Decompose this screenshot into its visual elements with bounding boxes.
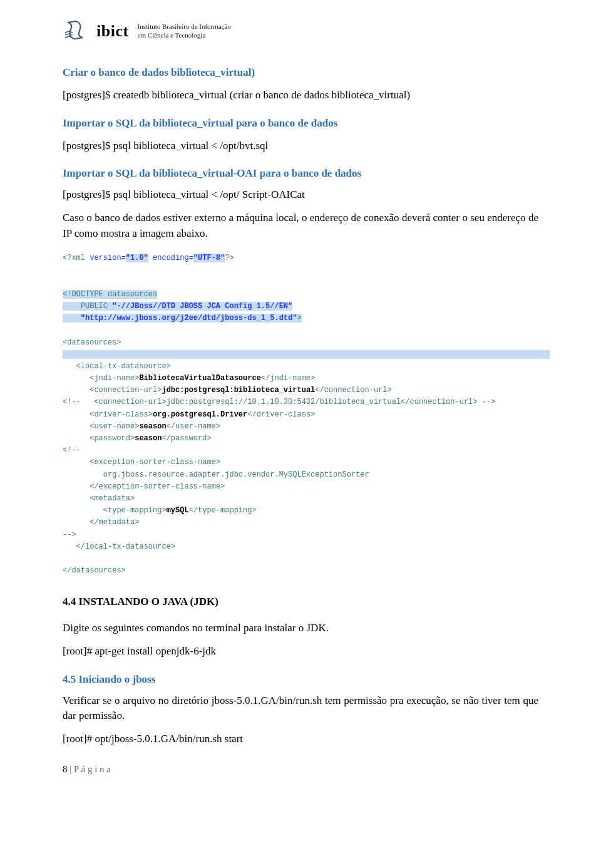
xml-username-close: </user-name> <box>167 422 220 431</box>
xml-username-val: season <box>139 422 166 431</box>
xml-password-open: <password> <box>63 434 135 443</box>
xml-type-mapping-val: mySQL <box>167 506 189 515</box>
tagline-line-1: Instituto Brasileiro de Informação <box>138 23 231 31</box>
xml-highlight-blank-row <box>63 350 550 359</box>
xml-decl-enc-val: "UTF-8" <box>193 254 225 262</box>
xml-type-mapping-open: <type-mapping> <box>63 506 167 515</box>
xml-type-mapping-close: </type-mapping> <box>189 506 257 515</box>
xml-conn-url-alt: <connection-url>jdbc:postgresql://10.1.1… <box>81 398 478 406</box>
xml-jndi-close: </jndi-name> <box>261 374 315 383</box>
heading-import-sql-1: Importar o SQL da biblioteca_virtual par… <box>63 117 538 130</box>
text-start-jboss: Verificar se o arquivo no diretório jbos… <box>63 693 538 724</box>
xml-password-val: season <box>135 434 162 443</box>
xml-conn-url-close: </connection-url> <box>315 386 391 395</box>
ibict-logo-icon <box>63 19 88 44</box>
xml-exception-sorter-close: </exception-sorter-class-name> <box>63 482 225 491</box>
heading-start-jboss: 4.5 Iniciando o jboss <box>63 673 538 686</box>
xml-username-open: <user-name> <box>63 422 139 431</box>
text-install-jdk: Digite os seguintes comandos no terminal… <box>63 621 538 636</box>
xml-comment-open-1: <!-- <box>63 398 81 406</box>
xml-jndi-val: BibliotecaVirtualDatasource <box>139 374 260 383</box>
xml-local-tx-close: </local-tx-datasource> <box>63 542 175 551</box>
cmd-install-jdk: [root]# apt-get install openjdk-6-jdk <box>63 644 538 659</box>
xml-metadata-close: </metadata> <box>63 518 139 527</box>
cmd-createdb: [postgres]$ createdb biblioteca_virtual … <box>63 88 538 103</box>
xml-datasources-close: </datasources> <box>63 566 126 575</box>
logo-text: ibict <box>96 22 129 41</box>
page-footer: 8 | P á g i n a <box>63 764 538 775</box>
page: ibict Instituto Brasileiro de Informação… <box>0 0 601 800</box>
xml-comment-close-1: --> <box>478 398 496 406</box>
heading-install-jdk: 4.4 INSTALANDO O JAVA (JDK) <box>63 596 538 608</box>
xml-driver-val: org.postgresql.Driver <box>153 410 247 419</box>
xml-doctype-line2-kw: PUBLIC <box>63 302 112 311</box>
heading-import-sql-oai: Importar o SQL da biblioteca_virtual-OAI… <box>63 167 538 180</box>
note-external-db: Caso o banco de dados estiver externo a … <box>63 210 538 241</box>
page-header: ibict Instituto Brasileiro de Informação… <box>63 19 538 44</box>
xml-password-close: </password> <box>162 434 211 443</box>
xml-decl-ver-val: "1.0" <box>126 254 148 262</box>
xml-doctype-close: > <box>297 314 301 323</box>
xml-datasource-snippet: <?xml version="1.0" encoding="UTF-8"?> <… <box>63 252 538 577</box>
xml-conn-url-val: jdbc:postgresql:biblioteca_virtual <box>162 386 315 395</box>
xml-jndi-open: <jndi-name> <box>63 374 139 383</box>
tagline-line-2: em Ciência e Tecnologia <box>138 31 231 40</box>
xml-doctype-line2-str: "-//JBoss//DTD JBOSS JCA Config 1.5//EN" <box>112 302 292 311</box>
xml-comment-open-2: <!-- <box>63 446 81 455</box>
xml-conn-url-open: <connection-url> <box>63 386 162 395</box>
xml-doctype-line3-str: "http://www.jboss.org/j2ee/dtd/jboss-ds_… <box>63 314 297 323</box>
cmd-start-jboss: [root]# opt/jboss-5.0.1.GA/bin/run.sh st… <box>63 731 538 747</box>
heading-create-db: Criar o banco de dados biblioteca_virtua… <box>63 66 538 79</box>
xml-decl-close: ?> <box>225 254 234 262</box>
logo-tagline: Instituto Brasileiro de Informação em Ci… <box>138 23 231 40</box>
xml-decl-ver-lbl: version= <box>90 254 126 262</box>
xml-comment-close-2: --> <box>63 530 76 539</box>
xml-datasources-open: <datasources> <box>63 338 121 347</box>
xml-exception-sorter-val: org.jboss.resource.adapter.jdbc.vendor.M… <box>63 470 369 479</box>
xml-driver-close: </driver-class> <box>247 410 315 419</box>
xml-exception-sorter-open: <exception-sorter-class-name> <box>63 458 220 467</box>
cmd-psql-bvt: [postgres]$ psql biblioteca_virtual < /o… <box>63 138 538 154</box>
cmd-psql-oaicat: [postgres]$ psql biblioteca_virtual < /o… <box>63 187 538 203</box>
xml-local-tx-open: <local-tx-datasource> <box>63 362 171 371</box>
xml-decl-enc-lbl: encoding= <box>148 254 193 262</box>
xml-decl-open: <?xml <box>63 254 90 262</box>
page-label: | P á g i n a <box>68 764 111 774</box>
xml-metadata-open: <metadata> <box>63 494 135 503</box>
page-number: 8 <box>63 764 68 774</box>
xml-driver-open: <driver-class> <box>63 410 153 419</box>
xml-doctype-line1: <!DOCTYPE datasources <box>63 290 157 299</box>
